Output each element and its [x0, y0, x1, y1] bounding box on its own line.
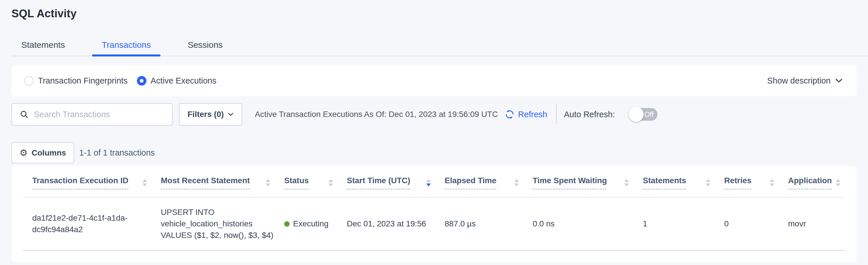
filters-button-label: Filters (0)	[188, 110, 224, 119]
sort-arrows-icon	[514, 179, 519, 186]
status-label: Executing	[293, 218, 329, 230]
sort-arrows-icon	[836, 179, 840, 186]
columns-button[interactable]: ⚙ Columns	[11, 142, 74, 163]
radio-label: Active Executions	[151, 76, 217, 85]
cell-status: Executing	[275, 218, 338, 230]
sort-arrows-icon	[706, 179, 710, 186]
as-of-timestamp: Active Transaction Executions As Of: Dec…	[255, 110, 498, 119]
result-count: 1-1 of 1 transactions	[80, 148, 155, 158]
cell-elapsed-time: 887.0 µs	[435, 218, 523, 230]
toggle-knob	[629, 107, 644, 122]
column-header-most-recent-statement[interactable]: Most Recent Statement	[152, 176, 275, 189]
sort-arrows-icon	[426, 179, 431, 186]
auto-refresh-toggle[interactable]: Off	[629, 108, 657, 121]
cell-transaction-execution-id: da1f21e2-de71-4c1f-a1da-dc9fc94a84a2	[23, 212, 138, 235]
sort-arrows-icon	[624, 179, 629, 186]
table-header-row: Transaction Execution ID Most Recent Sta…	[23, 166, 845, 197]
refresh-button[interactable]: Refresh	[505, 109, 547, 119]
tab-statements[interactable]: Statements	[11, 40, 75, 56]
gear-icon: ⚙	[20, 148, 28, 157]
radio-transaction-fingerprints[interactable]: Transaction Fingerprints	[24, 76, 128, 85]
tab-sessions[interactable]: Sessions	[178, 40, 232, 56]
cell-application: movr	[779, 218, 845, 230]
column-header-label: Start Time (UTC)	[347, 176, 410, 189]
toggle-state-label: Off	[644, 110, 654, 119]
controls-row: Filters (0) Active Transaction Execution…	[11, 103, 857, 126]
view-options-card: Transaction Fingerprints Active Executio…	[11, 65, 857, 96]
search-icon	[20, 110, 29, 119]
cell-start-time: Dec 01, 2023 at 19:56	[338, 218, 435, 230]
cell-retries: 0	[715, 218, 779, 230]
refresh-label: Refresh	[518, 110, 547, 119]
sort-arrows-icon	[329, 179, 333, 186]
column-header-application[interactable]: Application	[779, 176, 845, 189]
radio-label: Transaction Fingerprints	[38, 76, 128, 85]
column-header-retries[interactable]: Retries	[715, 176, 779, 189]
cell-statements: 1	[633, 218, 715, 230]
auto-refresh-label: Auto Refresh:	[564, 110, 615, 119]
cell-most-recent-statement: UPSERT INTO vehicle_location_histories V…	[152, 207, 275, 241]
column-header-status[interactable]: Status	[275, 176, 338, 189]
column-header-transaction-execution-id[interactable]: Transaction Execution ID	[23, 176, 152, 189]
sort-arrows-icon	[143, 179, 147, 186]
column-header-label: Retries	[724, 176, 751, 189]
column-header-label: Transaction Execution ID	[32, 176, 129, 189]
radio-active-executions[interactable]: Active Executions	[137, 76, 217, 85]
refresh-icon	[505, 109, 515, 119]
column-header-time-spent-waiting[interactable]: Time Spent Waiting	[523, 176, 633, 189]
tab-bar: Statements Transactions Sessions	[11, 40, 868, 56]
radio-circle-icon[interactable]	[137, 76, 146, 85]
vertical-divider	[556, 105, 557, 124]
column-header-statements[interactable]: Statements	[633, 176, 715, 189]
tab-transactions[interactable]: Transactions	[92, 40, 161, 56]
sort-arrows-icon	[770, 179, 774, 186]
column-header-label: Status	[284, 176, 309, 189]
show-description-label: Show description	[767, 76, 831, 85]
chevron-down-icon	[835, 78, 843, 83]
column-header-label: Time Spent Waiting	[533, 176, 607, 189]
page-title: SQL Activity	[11, 7, 868, 20]
column-header-label: Statements	[643, 176, 686, 189]
columns-button-label: Columns	[32, 148, 66, 158]
table-row[interactable]: da1f21e2-de71-4c1f-a1da-dc9fc94a84a2 UPS…	[23, 197, 845, 251]
column-header-label: Application	[788, 176, 832, 189]
column-header-label: Elapsed Time	[445, 176, 496, 189]
column-header-label: Most Recent Statement	[161, 176, 250, 189]
cell-time-spent-waiting: 0.0 ns	[523, 218, 633, 230]
sort-arrows-icon	[266, 179, 270, 186]
filters-button[interactable]: Filters (0)	[179, 103, 242, 126]
status-dot-icon	[284, 221, 290, 227]
search-input[interactable]	[34, 110, 166, 119]
search-box[interactable]	[11, 103, 173, 126]
show-description-toggle[interactable]: Show description	[767, 76, 843, 85]
radio-circle-icon[interactable]	[24, 76, 34, 85]
transactions-table-card: Transaction Execution ID Most Recent Sta…	[11, 166, 857, 262]
table-toolbar: ⚙ Columns 1-1 of 1 transactions	[11, 142, 857, 163]
chevron-down-icon	[228, 113, 234, 116]
column-header-elapsed-time[interactable]: Elapsed Time	[435, 176, 523, 189]
column-header-start-time[interactable]: Start Time (UTC)	[338, 176, 435, 189]
